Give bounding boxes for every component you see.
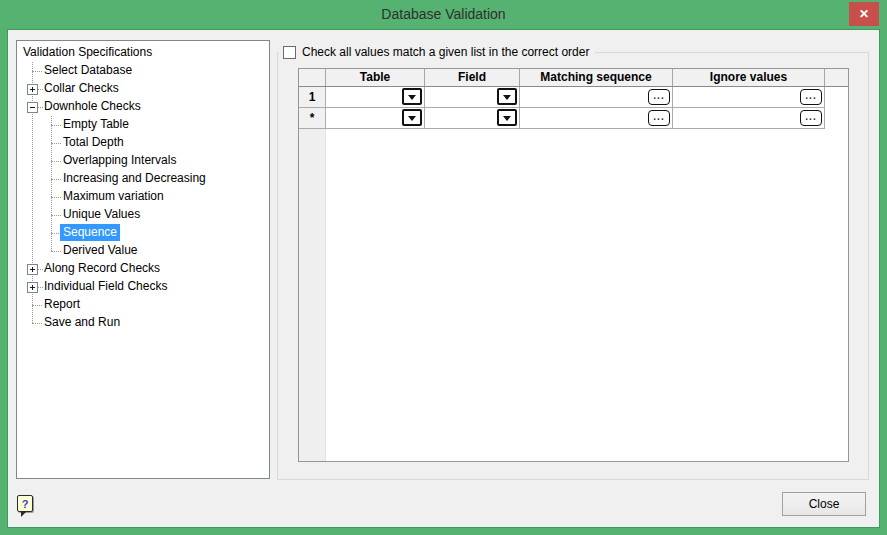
tree-item-downhole-checks[interactable]: Downhole Checks — [17, 98, 269, 116]
expand-plus-icon[interactable] — [27, 264, 38, 275]
close-button[interactable]: Close — [782, 492, 866, 516]
matching-sequence-cell[interactable]: ... — [520, 87, 673, 108]
validation-specs-tree: Validation SpecificationsSelect Database… — [16, 40, 270, 479]
close-icon: ✕ — [859, 7, 869, 21]
tree-item-label: Overlapping Intervals — [60, 152, 179, 169]
close-window-button[interactable]: ✕ — [849, 2, 879, 26]
expand-plus-icon[interactable] — [27, 84, 38, 95]
tree-item-label: Individual Field Checks — [41, 278, 170, 295]
field-dropdown-button[interactable] — [497, 109, 517, 126]
help-icon-tail — [21, 512, 26, 517]
question-mark-icon: ? — [17, 495, 33, 512]
tree-item-label: Unique Values — [60, 206, 143, 223]
tree-item-sequence[interactable]: Sequence — [17, 224, 269, 242]
grid-header: TableFieldMatching sequenceIgnore values — [299, 69, 848, 87]
tree-item-overlapping-intervals[interactable]: Overlapping Intervals — [17, 152, 269, 170]
collapse-minus-icon[interactable] — [27, 102, 38, 113]
column-header-matching-sequence[interactable]: Matching sequence — [520, 69, 673, 86]
matching-sequence-cell[interactable]: ... — [520, 108, 673, 129]
matching-sequence-browse-button[interactable]: ... — [648, 89, 670, 105]
tree-item-label: Collar Checks — [41, 80, 122, 97]
tree-item-along-record-checks[interactable]: Along Record Checks — [17, 260, 269, 278]
tree-item-label: Validation Specifications — [20, 44, 155, 61]
tree-item-label: Save and Run — [41, 314, 123, 331]
tree-item-collar-checks[interactable]: Collar Checks — [17, 80, 269, 98]
grid-row-1: 1...... — [299, 87, 848, 108]
field-dropdown-button[interactable] — [497, 88, 517, 105]
check-all-caption: Check all values match a given list in t… — [279, 44, 595, 61]
field-cell[interactable] — [425, 108, 520, 129]
ignore-values-browse-button[interactable]: ... — [800, 89, 822, 105]
check-all-checkbox[interactable] — [283, 46, 296, 59]
tree-item-total-depth[interactable]: Total Depth — [17, 134, 269, 152]
row-header-cell[interactable]: 1 — [299, 87, 326, 108]
tree-item-unique-values[interactable]: Unique Values — [17, 206, 269, 224]
chevron-down-icon — [408, 95, 416, 100]
tree-item-validation-specifications[interactable]: Validation Specifications — [17, 44, 269, 62]
sequence-grid: TableFieldMatching sequenceIgnore values… — [298, 68, 849, 462]
column-header-ignore-values[interactable]: Ignore values — [673, 69, 825, 86]
tree-item-save-and-run[interactable]: Save and Run — [17, 314, 269, 332]
row-header-cell[interactable]: * — [299, 108, 326, 129]
window-title: Database Validation — [0, 0, 887, 30]
grid-row-*: *...... — [299, 108, 848, 129]
tree-item-label: Along Record Checks — [41, 260, 163, 277]
ignore-values-browse-button[interactable]: ... — [800, 110, 822, 126]
grid-header-filler — [825, 69, 848, 86]
tree-item-label: Select Database — [41, 62, 135, 79]
tree-item-label: Total Depth — [60, 134, 127, 151]
tree-item-label: Downhole Checks — [41, 98, 144, 115]
row-header-strip — [299, 129, 326, 461]
tree-item-label: Derived Value — [60, 242, 140, 259]
ignore-values-cell[interactable]: ... — [673, 108, 825, 129]
expand-plus-icon[interactable] — [27, 282, 38, 293]
grid-body: 1......*...... — [299, 87, 848, 129]
field-cell[interactable] — [425, 87, 520, 108]
tree-item-individual-field-checks[interactable]: Individual Field Checks — [17, 278, 269, 296]
tree-item-label: Maximum variation — [60, 188, 167, 205]
tree-item-label: Empty Table — [60, 116, 132, 133]
table-cell[interactable] — [326, 108, 425, 129]
tree-item-select-database[interactable]: Select Database — [17, 62, 269, 80]
dialog-content: Validation SpecificationsSelect Database… — [8, 30, 879, 527]
tree-item-label: Sequence — [60, 224, 120, 241]
tree-item-empty-table[interactable]: Empty Table — [17, 116, 269, 134]
help-icon[interactable]: ? — [17, 494, 37, 518]
column-header-table[interactable]: Table — [326, 69, 425, 86]
tree-item-maximum-variation[interactable]: Maximum variation — [17, 188, 269, 206]
tree-item-increasing-and-decreasing[interactable]: Increasing and Decreasing — [17, 170, 269, 188]
table-dropdown-button[interactable] — [402, 88, 422, 105]
check-all-label: Check all values match a given list in t… — [302, 45, 589, 60]
ignore-values-cell[interactable]: ... — [673, 87, 825, 108]
tree-item-derived-value[interactable]: Derived Value — [17, 242, 269, 260]
chevron-down-icon — [408, 116, 416, 121]
matching-sequence-browse-button[interactable]: ... — [648, 110, 670, 126]
table-dropdown-button[interactable] — [402, 109, 422, 126]
column-header-field[interactable]: Field — [425, 69, 520, 86]
tree-item-label: Report — [41, 296, 83, 313]
titlebar[interactable]: Database Validation ✕ — [0, 0, 887, 30]
chevron-down-icon — [503, 95, 511, 100]
grid-corner-cell — [299, 69, 326, 86]
table-cell[interactable] — [326, 87, 425, 108]
tree-item-report[interactable]: Report — [17, 296, 269, 314]
database-validation-dialog: Database Validation ✕ Validation Specifi… — [0, 0, 887, 535]
chevron-down-icon — [503, 116, 511, 121]
tree-item-label: Increasing and Decreasing — [60, 170, 209, 187]
